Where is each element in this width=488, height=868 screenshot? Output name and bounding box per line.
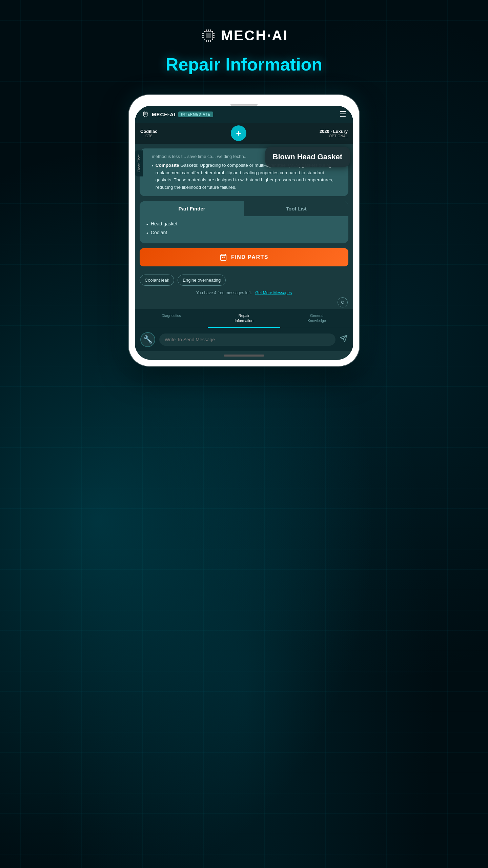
vehicle-selector: Codillac CT6 + 2020 · Luxury OPTIONAL [135, 123, 353, 144]
parts-finder-container: Part Finder Tool List • Head gasket • [140, 201, 348, 243]
nav-diagnostics[interactable]: Diagnostics [135, 309, 208, 328]
chat-area: Clear Chat Blown Head Gasket method is l… [135, 144, 353, 309]
tooltip-label: Blown Head Gasket [273, 153, 342, 161]
svg-rect-1 [206, 33, 211, 38]
header-logo: MECH·AI INTERMEDIATE [142, 110, 213, 118]
vehicle-trim-right: OPTIONAL [320, 134, 348, 138]
mechai-logo-icon [200, 27, 217, 44]
message-input[interactable] [159, 334, 336, 346]
hamburger-menu-icon[interactable]: ☰ [340, 110, 346, 118]
app-name: MECH·AI [221, 27, 288, 44]
find-parts-button[interactable]: FIND PARTS [140, 248, 348, 266]
send-icon [340, 335, 348, 343]
parts-item-coolant: • Coolant [146, 230, 342, 236]
bullet-1: • [146, 222, 148, 227]
free-messages-text: You have 4 free messages left. [196, 290, 252, 295]
refresh-button[interactable]: ↻ [338, 297, 348, 307]
nav-general-knowledge-label: GeneralKnowledge [283, 313, 350, 323]
header-logo-icon [142, 110, 149, 118]
vehicle-make-model: Codillac [140, 129, 158, 134]
part-name-2: Coolant [151, 230, 167, 235]
vehicle-trim-left: CT6 [140, 134, 158, 138]
parts-tabs: Part Finder Tool List [140, 201, 348, 216]
add-vehicle-button[interactable]: + [231, 125, 246, 141]
skill-level-badge: INTERMEDIATE [178, 112, 213, 117]
vehicle-right-info: 2020 · Luxury OPTIONAL [320, 129, 348, 138]
send-button[interactable] [340, 335, 348, 345]
phone-device: MECH·AI INTERMEDIATE ☰ Codillac CT6 + 20… [129, 95, 359, 366]
svg-rect-15 [144, 113, 146, 115]
composite-bold: Composite [156, 163, 179, 168]
clear-chat-button[interactable]: Clear Chat [135, 150, 143, 177]
message-input-bar: 🔧 [135, 328, 353, 351]
parts-list: • Head gasket • Coolant [140, 216, 348, 243]
get-more-messages-link[interactable]: Get More Messages [255, 290, 292, 295]
app-header: MECH·AI INTERMEDIATE ☰ [135, 106, 353, 123]
find-parts-label: FIND PARTS [231, 254, 268, 260]
bottom-navigation: Diagnostics RepairInformation GeneralKno… [135, 309, 353, 328]
parts-item-head-gasket: • Head gasket [146, 221, 342, 227]
nav-repair-information[interactable]: RepairInformation [208, 309, 281, 328]
logo-area: MECH·AI [200, 27, 288, 44]
refresh-area: ↻ [135, 297, 353, 309]
tab-part-finder[interactable]: Part Finder [140, 201, 244, 216]
page-title: Repair Information [166, 54, 322, 75]
obd-avatar: 🔧 [140, 332, 155, 347]
bullet-point: • [152, 162, 154, 170]
nav-repair-info-label: RepairInformation [210, 313, 278, 323]
tab-tool-list[interactable]: Tool List [244, 201, 348, 216]
page-wrapper: MECH·AI Repair Information [0, 0, 488, 366]
free-messages-bar: You have 4 free messages left. Get More … [135, 288, 353, 297]
nav-diagnostics-label: Diagnostics [138, 313, 205, 318]
header-logo-text: MECH·AI [152, 112, 176, 117]
suggestion-coolant-leak[interactable]: Coolant leak [140, 275, 174, 286]
vehicle-year: 2020 · Luxury [320, 129, 348, 134]
obd-icon: 🔧 [143, 335, 152, 344]
bullet-2: • [146, 230, 148, 236]
cart-icon [220, 254, 227, 261]
phone-screen: MECH·AI INTERMEDIATE ☰ Codillac CT6 + 20… [135, 106, 353, 360]
phone-home-indicator [224, 355, 264, 357]
vehicle-left-info: Codillac CT6 [140, 129, 158, 138]
suggestion-engine-overheating[interactable]: Engine overheating [178, 275, 226, 286]
blown-head-gasket-tooltip: Blown Head Gasket [265, 147, 350, 167]
nav-general-knowledge[interactable]: GeneralKnowledge [280, 309, 353, 328]
part-name-1: Head gasket [151, 221, 178, 226]
suggestions-area: Coolant leak Engine overheating [135, 272, 353, 288]
